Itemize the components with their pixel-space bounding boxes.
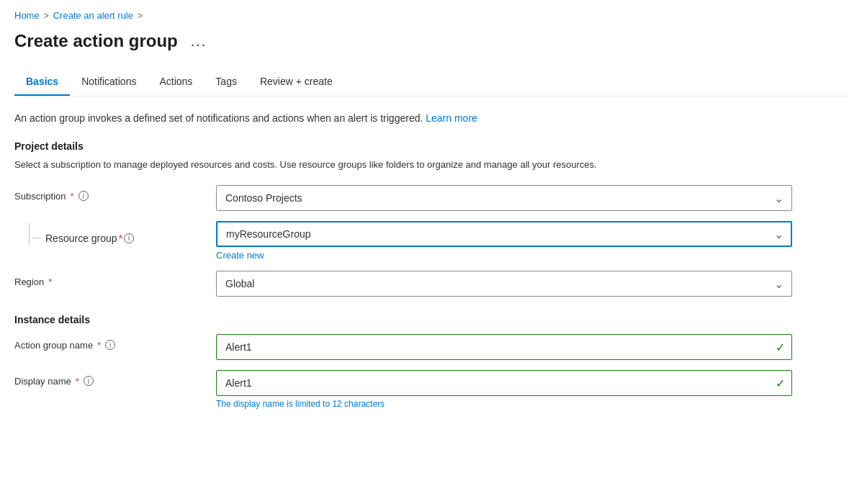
intro-text-static: An action group invokes a defined set of… <box>14 112 426 124</box>
subscription-label: Subscription * i <box>14 185 216 202</box>
resource-group-select-wrapper: myResourceGroup <box>216 221 792 247</box>
tabs-bar: Basics Notifications Actions Tags Review… <box>14 68 848 96</box>
tab-tags[interactable]: Tags <box>204 68 248 96</box>
breadcrumb-sep-2: > <box>138 11 143 21</box>
learn-more-link[interactable]: Learn more <box>426 112 477 124</box>
display-name-control: ✓ The display name is limited to 12 char… <box>216 370 792 409</box>
resource-group-required: * <box>119 233 122 244</box>
breadcrumb-sep-1: > <box>44 11 49 21</box>
resource-group-label-area: Resource group * i <box>30 227 134 244</box>
intro-text: An action group invokes a defined set of… <box>14 111 807 126</box>
region-label: Region * <box>14 271 216 287</box>
subscription-required: * <box>71 191 74 202</box>
action-group-name-control: ✓ <box>216 334 792 360</box>
project-details-section: Project details Select a subscription to… <box>14 140 807 172</box>
action-group-name-label-text: Action group name <box>14 340 93 351</box>
tab-basics[interactable]: Basics <box>14 68 70 96</box>
action-group-name-input[interactable] <box>216 334 792 360</box>
display-name-label-text: Display name <box>14 376 71 387</box>
subscription-control: Contoso Projects <box>216 185 792 211</box>
region-row: Region * Global <box>14 271 807 297</box>
subscription-label-text: Subscription <box>14 191 66 202</box>
breadcrumb: Home > Create an alert rule > <box>14 0 848 27</box>
subscription-select-wrapper: Contoso Projects <box>216 185 792 211</box>
resource-group-label-text: Resource group <box>45 233 117 244</box>
subscription-row: Subscription * i Contoso Projects <box>14 185 807 211</box>
project-details-desc: Select a subscription to manage deployed… <box>14 158 807 172</box>
region-control: Global <box>216 271 792 297</box>
tab-actions[interactable]: Actions <box>148 68 204 96</box>
resource-group-control: myResourceGroup Create new <box>216 221 792 261</box>
resource-group-indent: Resource group * i <box>14 221 216 246</box>
display-name-row: Display name * i ✓ The display name is l… <box>14 370 807 409</box>
instance-details-title: Instance details <box>14 314 807 325</box>
display-name-required: * <box>76 376 79 387</box>
breadcrumb-home[interactable]: Home <box>14 10 40 21</box>
page-title-row: Create action group ... <box>14 27 848 68</box>
resource-group-info-icon[interactable]: i <box>124 233 134 243</box>
tab-review-create[interactable]: Review + create <box>248 68 344 96</box>
display-name-input-wrapper: ✓ <box>216 370 792 396</box>
main-content: An action group invokes a defined set of… <box>14 111 807 409</box>
region-select-wrapper: Global <box>216 271 792 297</box>
instance-details-section: Instance details Action group name * i ✓… <box>14 314 807 409</box>
action-group-name-input-wrapper: ✓ <box>216 334 792 360</box>
subscription-info-icon[interactable]: i <box>78 191 89 201</box>
display-name-hint: The display name is limited to 12 charac… <box>216 399 792 409</box>
action-group-name-valid-icon: ✓ <box>776 340 785 354</box>
page-title: Create action group <box>14 31 178 51</box>
region-required: * <box>48 276 52 287</box>
action-group-name-label: Action group name * i <box>14 334 216 351</box>
region-label-text: Region <box>14 276 44 287</box>
tab-notifications[interactable]: Notifications <box>70 68 148 96</box>
action-group-name-row: Action group name * i ✓ <box>14 334 807 360</box>
project-details-title: Project details <box>14 140 807 152</box>
display-name-input[interactable] <box>216 370 792 396</box>
ellipsis-button[interactable]: ... <box>187 32 212 51</box>
action-group-name-info-icon[interactable]: i <box>105 340 115 350</box>
display-name-label: Display name * i <box>14 370 216 387</box>
display-name-valid-icon: ✓ <box>776 376 785 390</box>
resource-group-row: Resource group * i myResourceGroup Creat… <box>14 221 807 261</box>
resource-group-select[interactable]: myResourceGroup <box>216 221 792 247</box>
subscription-select[interactable]: Contoso Projects <box>216 185 792 211</box>
region-select[interactable]: Global <box>216 271 792 297</box>
breadcrumb-alert-rule[interactable]: Create an alert rule <box>53 10 133 21</box>
create-new-link[interactable]: Create new <box>216 250 792 261</box>
action-group-name-required: * <box>97 340 101 351</box>
display-name-info-icon[interactable]: i <box>84 376 94 386</box>
